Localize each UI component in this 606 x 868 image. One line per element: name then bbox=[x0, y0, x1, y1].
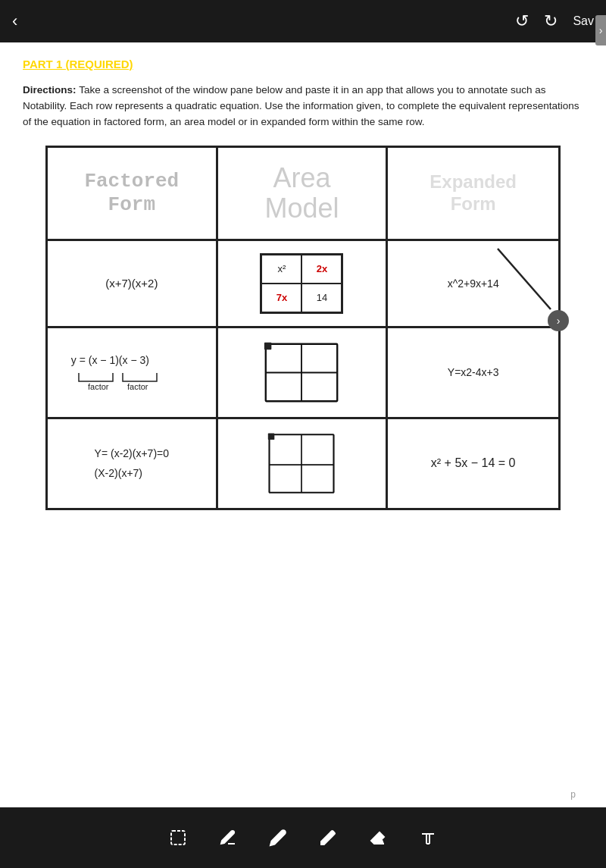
header-expanded: ExpandedForm bbox=[388, 148, 558, 239]
row3-expanded: x² + 5x − 14 = 0 bbox=[388, 419, 558, 508]
row2-factored-content: y = (x − 1)(x − 3) factor factor bbox=[71, 354, 192, 390]
back-button[interactable]: ‹ bbox=[12, 11, 17, 31]
save-button[interactable]: Sav bbox=[573, 14, 594, 28]
area-model-header: AreaModel bbox=[264, 163, 339, 223]
side-panel-toggle[interactable]: › bbox=[595, 15, 606, 45]
row2-expanded: Y=x2-4x+3 bbox=[388, 328, 558, 417]
row1-expanded: x^2+9x+14 bbox=[388, 241, 558, 326]
directions-prefix: Directions: bbox=[23, 84, 79, 96]
header-factored: FactoredForm bbox=[48, 148, 218, 239]
table-row: Y= (x-2)(x+7)=0 (X-2)(x+7) bbox=[48, 419, 558, 508]
pencil2-tool-button[interactable] bbox=[264, 824, 292, 851]
am-cell-2x: 2x bbox=[301, 255, 342, 284]
part-label: PART 1 (REQUIRED) bbox=[23, 58, 583, 71]
row1-area-model: x² 2x 7x 14 bbox=[218, 241, 389, 326]
text-tool-button[interactable] bbox=[414, 824, 442, 851]
row3-factored-content: Y= (x-2)(x+7)=0 (X-2)(x+7) bbox=[95, 447, 169, 479]
table-row: (x+7)(x+2) x² 2x 7x 14 x^2+9x+14 bbox=[48, 241, 558, 328]
top-bar: ‹ ↺ ↻ Sav bbox=[0, 0, 606, 42]
row3-factored: Y= (x-2)(x+7)=0 (X-2)(x+7) bbox=[48, 419, 218, 508]
area-model-grid-r1: x² 2x 7x 14 bbox=[260, 253, 343, 314]
row2-equation: y = (x − 1)(x − 3) bbox=[71, 354, 149, 366]
area-model-drawn-r3 bbox=[260, 431, 343, 496]
factor-brace-diagram: factor factor bbox=[71, 369, 192, 390]
row3-factored-line1: Y= (x-2)(x+7)=0 bbox=[95, 447, 169, 459]
eraser-tool-button[interactable] bbox=[364, 824, 392, 851]
am-cell-x2: x² bbox=[261, 255, 301, 284]
svg-text:factor: factor bbox=[88, 382, 109, 390]
svg-rect-10 bbox=[268, 433, 275, 440]
page-indicator: p bbox=[570, 789, 576, 800]
undo-button[interactable]: ↺ bbox=[515, 11, 529, 31]
redo-button[interactable]: ↻ bbox=[544, 11, 558, 31]
table-header-row: FactoredForm AreaModel ExpandedForm bbox=[48, 148, 558, 241]
row2-factored: y = (x − 1)(x − 3) factor factor bbox=[48, 328, 218, 417]
row1-factored: (x+7)(x+2) bbox=[48, 241, 218, 326]
bottom-toolbar bbox=[0, 807, 606, 868]
table-row: y = (x − 1)(x − 3) factor factor bbox=[48, 328, 558, 419]
svg-rect-11 bbox=[171, 831, 185, 844]
selection-tool-button[interactable] bbox=[164, 824, 192, 851]
area-model-drawn-r2 bbox=[260, 340, 343, 405]
row3-area-model bbox=[218, 419, 389, 508]
row3-factored-line2: (X-2)(x+7) bbox=[95, 467, 142, 479]
am-cell-14: 14 bbox=[301, 284, 342, 312]
pen-tool-button[interactable] bbox=[314, 824, 342, 851]
header-area: AreaModel bbox=[218, 148, 389, 239]
row2-area-model bbox=[218, 328, 389, 417]
expanded-form-header: ExpandedForm bbox=[430, 171, 517, 215]
main-table: › FactoredForm AreaModel ExpandedForm (x… bbox=[45, 146, 561, 510]
svg-text:factor: factor bbox=[127, 382, 148, 390]
svg-line-0 bbox=[498, 249, 551, 309]
row1-factored-value: (x+7)(x+2) bbox=[105, 277, 158, 290]
row2-expanded-value: Y=x2-4x+3 bbox=[448, 366, 499, 378]
am-cell-7x: 7x bbox=[261, 284, 301, 312]
row3-expanded-value: x² + 5x − 14 = 0 bbox=[431, 456, 516, 470]
pencil1-tool-button[interactable] bbox=[214, 824, 242, 851]
next-page-button[interactable]: › bbox=[548, 310, 569, 331]
factored-form-header: FactoredForm bbox=[84, 170, 179, 217]
directions-text: Directions: Take a screenshot of the win… bbox=[23, 83, 583, 130]
svg-rect-6 bbox=[264, 343, 271, 349]
content-area: PART 1 (REQUIRED) Directions: Take a scr… bbox=[0, 42, 606, 677]
